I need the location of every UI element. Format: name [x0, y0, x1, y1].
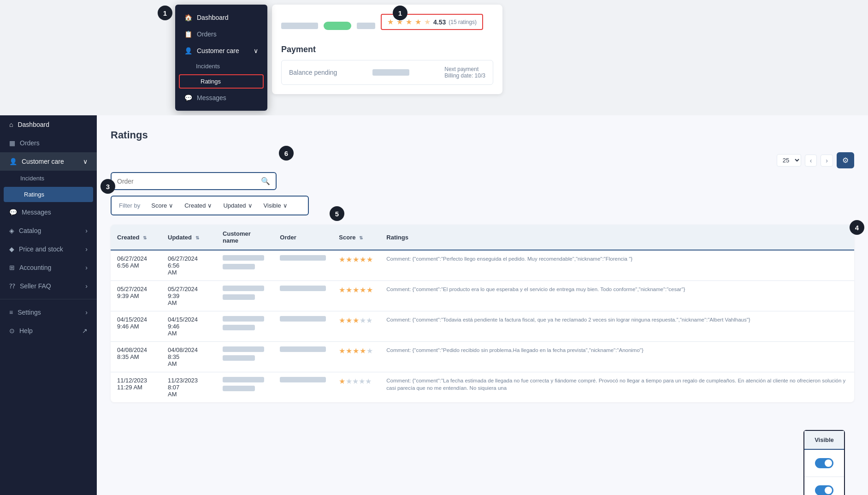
sidebar-item-settings[interactable]: ≡ Settings › — [0, 303, 97, 322]
step-5-badge: 5 — [330, 206, 344, 221]
updated-date: 06/27/2024 6:56AM — [161, 250, 216, 281]
table-row: 06/27/20246:56 AM 06/27/2024 6:56AM ★★★★… — [111, 250, 854, 281]
order-ref — [273, 281, 332, 311]
star-4-icon: ★ — [415, 18, 421, 26]
sidebar-item-seller-faq[interactable]: ⁇ Seller FAQ › — [0, 277, 97, 295]
col-header-updated: Updated ⇅ — [161, 225, 216, 250]
visible-toggle-2[interactable] — [815, 485, 833, 495]
toolbar-row: 25 ‹ › ⚙ — [111, 152, 854, 168]
updated-date: 04/08/2024 8:35AM — [161, 342, 216, 372]
orders-icon: ▦ — [9, 139, 15, 147]
search-icon[interactable]: 🔍 — [261, 177, 270, 185]
order-ref — [273, 311, 332, 342]
col-header-created: Created ⇅ — [111, 225, 161, 250]
score-stars: ★★★★★ — [332, 281, 380, 311]
chevron-right-icon: › — [85, 309, 88, 316]
dropdown-incidents[interactable]: Incidents — [175, 59, 267, 73]
sidebar-item-catalog[interactable]: ◈ Catalog › — [0, 221, 97, 240]
next-page-button[interactable]: › — [821, 155, 833, 167]
sidebar-item-incidents[interactable]: Incidents — [0, 171, 97, 186]
table-row: 04/08/20248:35 AM 04/08/2024 8:35AM ★★★★… — [111, 342, 854, 372]
sidebar-item-price-stock[interactable]: ◆ Price and stock › — [0, 240, 97, 258]
payment-row: Balance pending Next payment Billing dat… — [281, 60, 493, 85]
score-stars: ★★★★★ — [332, 311, 380, 342]
dropdown-orders[interactable]: 📋 Orders — [175, 26, 267, 42]
customer-name — [216, 250, 273, 281]
order-ref — [273, 250, 332, 281]
star-3-icon: ★ — [406, 18, 412, 26]
chevron-down-icon: ∨ — [83, 158, 88, 165]
search-input[interactable] — [117, 178, 261, 185]
search-bar[interactable]: 🔍 — [111, 172, 277, 190]
step-1-badge: 1 — [393, 6, 407, 20]
payment-panel: ★ ★ ★ ★ ★ 4.53 (15 ratings) Payment Bala… — [272, 5, 502, 94]
user-icon: 👤 — [184, 47, 192, 54]
filter-created[interactable]: Created ∨ — [181, 200, 216, 211]
rating-comment: Comment: {"comment":"La fecha estimada d… — [380, 372, 854, 403]
sort-icon[interactable]: ⇅ — [143, 235, 147, 240]
filter-score[interactable]: Score ∨ — [148, 200, 177, 211]
chevron-down-icon: ∨ — [207, 202, 212, 209]
visible-toggle-row-1 — [804, 450, 844, 477]
balance-amount — [372, 69, 409, 76]
customer-name — [216, 342, 273, 372]
dropdown-customer-care[interactable]: 👤 Customer care ∨ — [175, 42, 267, 59]
top-section: 1 🏠 Dashboard 📋 Orders 👤 Customer care ∨… — [0, 0, 868, 115]
col-header-score: Score ⇅ — [332, 225, 380, 250]
gear-icon: ⚙ — [842, 156, 849, 164]
accounting-icon: ⊞ — [9, 264, 15, 271]
chevron-down-icon: ∨ — [283, 202, 288, 209]
updated-date: 11/23/2023 8:07AM — [161, 372, 216, 403]
catalog-icon: ◈ — [9, 227, 14, 234]
sidebar-item-dashboard[interactable]: ⌂ Dashboard — [0, 115, 97, 134]
sidebar-item-ratings[interactable]: Ratings — [4, 187, 93, 202]
help-icon: ⊙ — [9, 327, 15, 334]
chevron-down-icon: ∨ — [169, 202, 173, 209]
table-row: 04/15/20249:46 AM 04/15/2024 9:46AM ★★★★… — [111, 311, 854, 342]
sort-icon[interactable]: ⇅ — [359, 235, 363, 240]
dropdown-dashboard[interactable]: 🏠 Dashboard — [175, 9, 267, 26]
toggle-knob — [825, 459, 832, 467]
search-filter-area: 6 25 ‹ › ⚙ 🔍 3 Filter by — [111, 152, 854, 215]
faq-icon: ⁇ — [9, 282, 15, 290]
table-body: 06/27/20246:56 AM 06/27/2024 6:56AM ★★★★… — [111, 250, 854, 402]
price-icon: ◆ — [9, 245, 14, 253]
main-content: Ratings 6 25 ‹ › ⚙ 🔍 3 — [97, 115, 868, 495]
ratings-table: Created ⇅ Updated ⇅ Customer name Order — [111, 225, 854, 402]
order-ref — [273, 372, 332, 403]
dropdown-ratings[interactable]: Ratings — [179, 74, 264, 89]
created-date: 06/27/20246:56 AM — [111, 250, 161, 281]
filter-updated[interactable]: Updated ∨ — [219, 200, 256, 211]
visible-col-header: Visible — [804, 431, 844, 450]
prev-page-button[interactable]: ‹ — [805, 155, 817, 167]
customer-name — [216, 311, 273, 342]
created-date: 05/27/20249:39 AM — [111, 281, 161, 311]
order-ref — [273, 342, 332, 372]
blurred-text-1 — [281, 23, 318, 29]
created-date: 04/15/20249:46 AM — [111, 311, 161, 342]
column-settings-button[interactable]: ⚙ — [837, 152, 854, 168]
sidebar-item-accounting[interactable]: ⊞ Accounting › — [0, 258, 97, 277]
sort-icon[interactable]: ⇅ — [195, 235, 199, 240]
filter-label: Filter by — [119, 202, 140, 209]
messages-icon: 💬 — [184, 94, 192, 101]
filter-visible[interactable]: Visible ∨ — [260, 200, 291, 211]
settings-icon: ≡ — [9, 309, 13, 316]
rating-comment: Comment: {"comment":"Perfecto llego ense… — [380, 250, 854, 281]
score-stars: ★★★★★ — [332, 342, 380, 372]
sidebar-item-orders[interactable]: ▦ Orders — [0, 134, 97, 152]
page-size-select[interactable]: 25 — [777, 154, 801, 167]
sidebar: ⌂ Dashboard ▦ Orders 👤 Customer care ∨ I… — [0, 115, 97, 495]
sidebar-item-help[interactable]: ⊙ Help ↗ — [0, 322, 97, 340]
payment-title: Payment — [281, 45, 493, 54]
sidebar-item-customer-care[interactable]: 👤 Customer care ∨ — [0, 152, 97, 171]
step-3-badge: 3 — [100, 179, 115, 194]
dropdown-messages[interactable]: 💬 Messages — [175, 89, 267, 106]
chevron-down-icon: ∨ — [254, 47, 258, 54]
star-1-icon: ★ — [387, 18, 394, 26]
sidebar-item-messages[interactable]: 💬 Messages — [0, 203, 97, 221]
visible-toggle-1[interactable] — [815, 458, 833, 468]
step-4-badge: 4 — [850, 220, 864, 235]
home-icon: ⌂ — [9, 121, 13, 128]
filter-bar: Filter by Score ∨ Created ∨ Updated ∨ Vi… — [111, 196, 309, 215]
